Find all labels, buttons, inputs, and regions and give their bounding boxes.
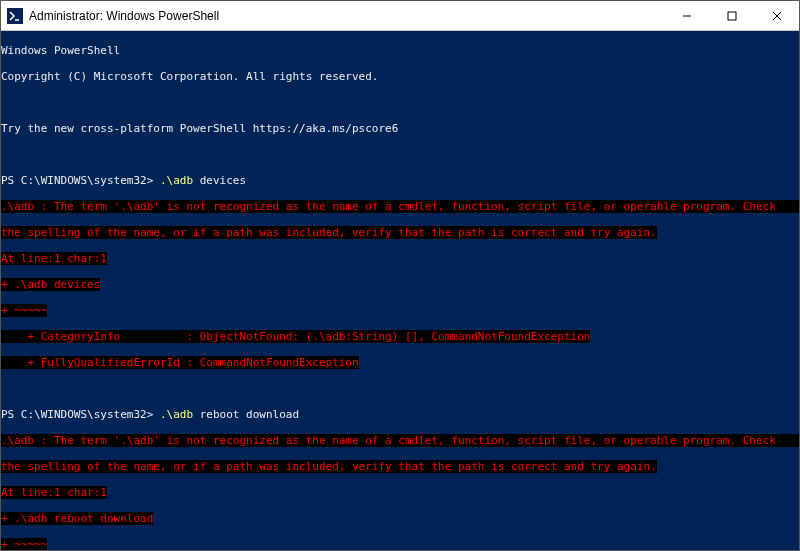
titlebar[interactable]: Administrator: Windows PowerShell [1,1,799,31]
close-button[interactable] [754,1,799,30]
error-line: + ~~~~~ [1,304,799,317]
error-line: + ~~~~~ [1,538,799,550]
cmd-token: .\adb [160,408,200,421]
cmd-token: devices [200,174,246,187]
error-line: .\adb : The term '.\adb' is not recogniz… [1,434,799,447]
error-line: + .\adb devices [1,278,799,291]
cmd-token: reboot download [200,408,299,421]
window-controls [664,1,799,30]
error-line: .\adb : The term '.\adb' is not recogniz… [1,200,799,213]
error-line: + .\adb reboot download [1,512,799,525]
error-line: At line:1 char:1 [1,486,799,499]
terminal-area[interactable]: Windows PowerShell Copyright (C) Microso… [1,31,799,550]
powershell-icon [7,8,23,24]
minimize-button[interactable] [664,1,709,30]
svg-rect-3 [728,12,736,20]
error-line: At line:1 char:1 [1,252,799,265]
intro-line: Windows PowerShell [1,44,799,57]
error-line: the spelling of the name, or if a path w… [1,226,799,239]
prompt-line: PS C:\WINDOWS\system32> .\adb devices [1,174,799,187]
prompt-prefix: PS C:\WINDOWS\system32> [1,174,160,187]
prompt-prefix: PS C:\WINDOWS\system32> [1,408,160,421]
error-line: + CategoryInfo : ObjectNotFound: (.\adb:… [1,330,799,343]
window-title: Administrator: Windows PowerShell [29,9,664,23]
powershell-window: Administrator: Windows PowerShell Window… [0,0,800,551]
cmd-token: .\adb [160,174,200,187]
prompt-line: PS C:\WINDOWS\system32> .\adb reboot dow… [1,408,799,421]
intro-line: Copyright (C) Microsoft Corporation. All… [1,70,799,83]
error-line: + FullyQualifiedErrorId : CommandNotFoun… [1,356,799,369]
error-line: the spelling of the name, or if a path w… [1,460,799,473]
blank-line [1,148,799,161]
blank-line [1,96,799,109]
blank-line [1,382,799,395]
maximize-button[interactable] [709,1,754,30]
intro-line: Try the new cross-platform PowerShell ht… [1,122,799,135]
